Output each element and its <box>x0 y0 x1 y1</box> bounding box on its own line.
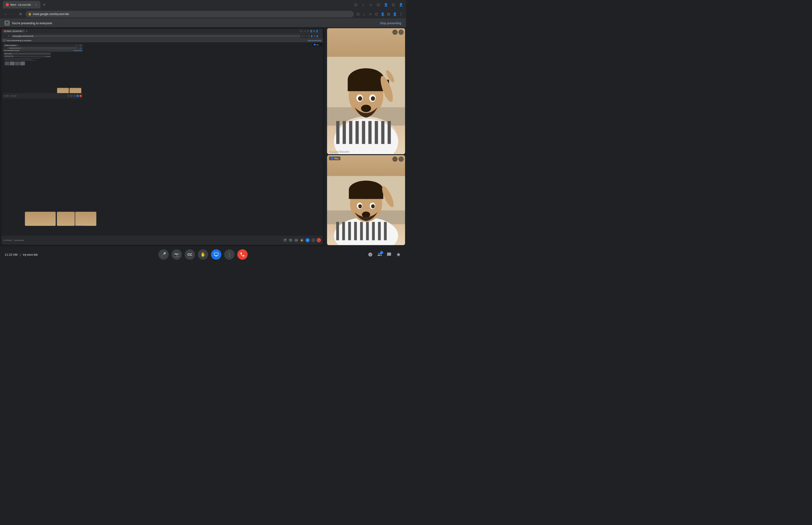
present-button[interactable] <box>211 249 221 260</box>
end-call-button[interactable] <box>237 249 248 260</box>
level2-nav: ← → ↻ <box>3 47 7 49</box>
large-video-more[interactable]: ⋯ <box>393 30 398 35</box>
main-content: Meet - tnj-esni-ikb × + ⬡ ↓ ☆ ⬡ 👤 ⊡ 👤 ⋮ … <box>0 27 406 262</box>
forward-button[interactable]: → <box>10 11 16 17</box>
level2-present-text: You're presenting to everyone <box>4 50 19 51</box>
bookmark-icon[interactable]: ☆ <box>368 2 373 7</box>
l1-end-btn[interactable]: 📞 <box>317 238 321 242</box>
l1-code: tnj-esni-ikb <box>15 239 24 241</box>
address-bar-row: ← → ↻ 🔒 meet.google.com/tnj-esni-ikb ⬡ ↓… <box>0 10 406 19</box>
l1-you-text: You <box>316 44 319 46</box>
level2-toolbar: ⬡ ↓ ☆ ⬡ 👤 <box>76 45 82 46</box>
svg-rect-39 <box>349 190 383 199</box>
svg-rect-7 <box>342 121 346 144</box>
info-button[interactable] <box>367 252 373 257</box>
profile2-toolbar-icon[interactable]: 👤 <box>393 12 397 16</box>
you-video-more[interactable]: ⋯ <box>393 156 398 162</box>
profile2-icon[interactable]: 👤 <box>398 2 403 7</box>
you-video-expand[interactable]: ⛶ <box>398 156 404 162</box>
level2-right-tools: ⬡ 👤 ⊡ <box>78 47 82 49</box>
l1-bottom-bar: 11:22 AM | tnj-esni-ikb 🎤 📷 CC ✋ ⊡ ⋮ 📞 <box>1 236 323 245</box>
toolbar-right: 3 <box>367 252 401 257</box>
back-button[interactable]: ← <box>3 11 9 17</box>
l1-face4-label: François Beaufort <box>76 224 85 225</box>
profile-icon[interactable]: 👤 <box>383 2 388 7</box>
level2-content: Meet - tnj-esni-ikb meet.google.com/tnj-… <box>3 52 83 99</box>
svg-rect-46 <box>214 253 218 256</box>
nested-browser-level2: Meet - tnj-esni-ikb × + ⬡ ↓ ☆ ⬡ 👤 ← → ↻ … <box>3 44 83 99</box>
l1-face3 <box>25 212 43 226</box>
info-icon <box>368 252 373 257</box>
svg-rect-13 <box>381 121 384 144</box>
level3-browser: Meet - tnj-esni-ikb meet.google.com/tnj-… <box>4 52 51 81</box>
cast-icon[interactable]: ⬡ <box>353 2 358 7</box>
activities-button[interactable] <box>396 252 401 257</box>
l2-cc <box>73 95 76 97</box>
star-toolbar-icon[interactable]: ☆ <box>368 12 373 16</box>
split-toolbar-icon[interactable]: ⊡ <box>386 12 391 16</box>
nested-presenting-text: You're presenting to everyone <box>6 40 31 42</box>
time-text: 11:22 AM <box>5 253 18 256</box>
more-button[interactable]: ⋮ <box>224 249 234 260</box>
more-icon: ⋮ <box>227 252 231 257</box>
extension-icon[interactable]: ⬡ <box>376 2 381 7</box>
profile-toolbar-icon[interactable]: 👤 <box>380 12 385 16</box>
address-bar[interactable]: 🔒 meet.google.com/tnj-esni-ikb <box>25 11 354 17</box>
present-icon <box>5 21 10 25</box>
stop-presenting-button[interactable]: Stop presenting <box>380 21 401 25</box>
nested-new-tab[interactable]: + <box>26 30 28 33</box>
l1-time: 11:22 AM <box>3 239 11 241</box>
new-tab-button[interactable]: + <box>41 2 47 7</box>
chat-button[interactable] <box>386 252 392 257</box>
nested-stop-btn[interactable]: Stop presenting <box>308 40 321 42</box>
l1-scatter-tile3 <box>25 212 43 226</box>
francois-svg-large <box>327 28 405 154</box>
reload-button[interactable]: ↻ <box>18 11 24 17</box>
l1-hand-btn[interactable]: ✋ <box>300 238 304 242</box>
nested-presenting-banner: You're presenting to everyone Stop prese… <box>1 39 323 42</box>
l1-cam-btn[interactable]: 📷 <box>289 238 293 242</box>
level2-bottom-bar: 11:22 AM | tnj-esni-ikb <box>3 93 83 99</box>
raise-hand-button[interactable]: ✋ <box>198 249 208 260</box>
present-icon <box>214 252 218 257</box>
nested-toolbar-right: ⬡ ↓ ☆ ⬡ 👤 ⊡ 👤 ⋮ <box>302 35 321 38</box>
chat-icon <box>387 252 392 257</box>
ext-toolbar-icon[interactable]: ⬡ <box>374 12 379 16</box>
people-button[interactable]: 3 <box>377 252 383 257</box>
svg-rect-12 <box>375 121 378 144</box>
nested-url-bar: meet.google.com/tnj-esni-ikb <box>11 35 301 38</box>
l1-more-btn[interactable]: ⋮ <box>311 238 315 242</box>
francois-label-large: François Beaufort <box>329 150 349 153</box>
l1-present-btn[interactable]: ⊡ <box>305 238 310 242</box>
more-toolbar-icon[interactable]: ⋮ <box>398 12 403 16</box>
l1-mic-btn[interactable]: 🎤 <box>283 238 287 242</box>
save-toolbar-icon[interactable]: ↓ <box>362 12 367 16</box>
people-count-badge: 3 <box>380 251 383 254</box>
mini-tile-3 <box>15 62 20 65</box>
svg-point-42 <box>358 204 362 208</box>
save-icon[interactable]: ↓ <box>361 2 366 7</box>
you-text: You <box>334 157 339 160</box>
mini-video-row <box>5 62 50 65</box>
split-view-icon[interactable]: ⬡ <box>391 2 396 7</box>
mic-button[interactable]: 🎤 <box>158 249 169 260</box>
svg-rect-9 <box>355 121 359 144</box>
cast-toolbar-icon[interactable]: ⬡ <box>356 12 361 16</box>
screen-share-area: Meet - tnj-esni-ikb × + ⬡ ↓ ☆ ⬡ 👤 ⊡ 👤 ⋮ … <box>0 27 324 246</box>
mini-tile-4 <box>20 62 25 65</box>
camera-button[interactable]: 📷 <box>171 249 182 260</box>
you-video-medium: You ⋯ ⛶ <box>327 155 405 245</box>
captions-button[interactable]: CC <box>185 249 195 260</box>
camera-icon: 📷 <box>174 252 179 257</box>
tab-close-button[interactable]: × <box>34 3 37 6</box>
level2-tab-bar: Meet - tnj-esni-ikb × + ⬡ ↓ ☆ ⬡ 👤 <box>3 44 83 47</box>
level2-separator: | <box>10 95 10 96</box>
svg-rect-32 <box>360 222 363 240</box>
room-code: tnj-esni-ikb <box>23 253 38 256</box>
active-tab[interactable]: Meet - tnj-esni-ikb × <box>3 1 41 9</box>
l1-cc-btn[interactable]: CC <box>294 238 298 242</box>
nested-tab-favicon <box>4 30 6 32</box>
large-video-expand[interactable]: ⛶ <box>398 30 404 35</box>
l2-present-active <box>76 95 79 97</box>
l1-you-label: You ⛶ <box>313 43 322 46</box>
